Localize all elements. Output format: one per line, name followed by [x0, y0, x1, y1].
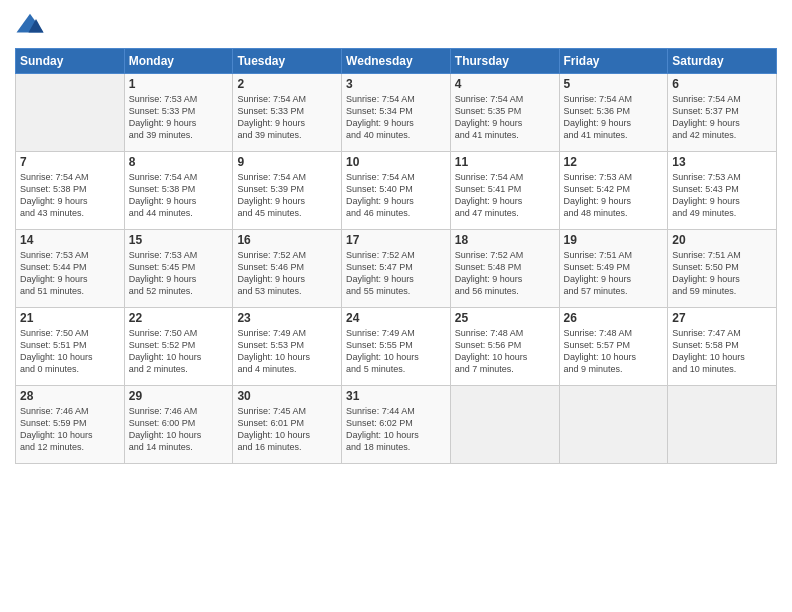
day-cell: 14Sunrise: 7:53 AM Sunset: 5:44 PM Dayli… — [16, 230, 125, 308]
day-info: Sunrise: 7:54 AM Sunset: 5:40 PM Dayligh… — [346, 171, 446, 220]
day-info: Sunrise: 7:54 AM Sunset: 5:41 PM Dayligh… — [455, 171, 555, 220]
day-info: Sunrise: 7:50 AM Sunset: 5:52 PM Dayligh… — [129, 327, 229, 376]
day-number: 25 — [455, 311, 555, 325]
day-info: Sunrise: 7:49 AM Sunset: 5:55 PM Dayligh… — [346, 327, 446, 376]
day-number: 23 — [237, 311, 337, 325]
day-cell — [668, 386, 777, 464]
day-cell: 13Sunrise: 7:53 AM Sunset: 5:43 PM Dayli… — [668, 152, 777, 230]
day-info: Sunrise: 7:45 AM Sunset: 6:01 PM Dayligh… — [237, 405, 337, 454]
day-number: 31 — [346, 389, 446, 403]
day-info: Sunrise: 7:46 AM Sunset: 6:00 PM Dayligh… — [129, 405, 229, 454]
calendar-table: SundayMondayTuesdayWednesdayThursdayFrid… — [15, 48, 777, 464]
day-number: 10 — [346, 155, 446, 169]
day-number: 20 — [672, 233, 772, 247]
day-cell: 15Sunrise: 7:53 AM Sunset: 5:45 PM Dayli… — [124, 230, 233, 308]
day-info: Sunrise: 7:51 AM Sunset: 5:49 PM Dayligh… — [564, 249, 664, 298]
day-info: Sunrise: 7:53 AM Sunset: 5:33 PM Dayligh… — [129, 93, 229, 142]
day-cell: 11Sunrise: 7:54 AM Sunset: 5:41 PM Dayli… — [450, 152, 559, 230]
day-number: 24 — [346, 311, 446, 325]
day-cell — [16, 74, 125, 152]
header-cell-wednesday: Wednesday — [342, 49, 451, 74]
day-cell: 8Sunrise: 7:54 AM Sunset: 5:38 PM Daylig… — [124, 152, 233, 230]
day-number: 6 — [672, 77, 772, 91]
logo — [15, 10, 49, 40]
day-number: 30 — [237, 389, 337, 403]
day-info: Sunrise: 7:54 AM Sunset: 5:36 PM Dayligh… — [564, 93, 664, 142]
logo-icon — [15, 10, 45, 40]
day-number: 28 — [20, 389, 120, 403]
day-cell: 12Sunrise: 7:53 AM Sunset: 5:42 PM Dayli… — [559, 152, 668, 230]
day-number: 12 — [564, 155, 664, 169]
day-number: 7 — [20, 155, 120, 169]
day-cell: 2Sunrise: 7:54 AM Sunset: 5:33 PM Daylig… — [233, 74, 342, 152]
day-number: 8 — [129, 155, 229, 169]
header — [15, 10, 777, 40]
day-number: 13 — [672, 155, 772, 169]
week-row-5: 28Sunrise: 7:46 AM Sunset: 5:59 PM Dayli… — [16, 386, 777, 464]
day-info: Sunrise: 7:54 AM Sunset: 5:33 PM Dayligh… — [237, 93, 337, 142]
day-cell: 5Sunrise: 7:54 AM Sunset: 5:36 PM Daylig… — [559, 74, 668, 152]
day-cell: 6Sunrise: 7:54 AM Sunset: 5:37 PM Daylig… — [668, 74, 777, 152]
header-cell-friday: Friday — [559, 49, 668, 74]
day-cell: 18Sunrise: 7:52 AM Sunset: 5:48 PM Dayli… — [450, 230, 559, 308]
week-row-2: 7Sunrise: 7:54 AM Sunset: 5:38 PM Daylig… — [16, 152, 777, 230]
day-cell: 29Sunrise: 7:46 AM Sunset: 6:00 PM Dayli… — [124, 386, 233, 464]
day-cell: 4Sunrise: 7:54 AM Sunset: 5:35 PM Daylig… — [450, 74, 559, 152]
day-info: Sunrise: 7:52 AM Sunset: 5:46 PM Dayligh… — [237, 249, 337, 298]
day-info: Sunrise: 7:54 AM Sunset: 5:38 PM Dayligh… — [20, 171, 120, 220]
day-cell: 9Sunrise: 7:54 AM Sunset: 5:39 PM Daylig… — [233, 152, 342, 230]
day-number: 2 — [237, 77, 337, 91]
day-number: 21 — [20, 311, 120, 325]
day-cell: 3Sunrise: 7:54 AM Sunset: 5:34 PM Daylig… — [342, 74, 451, 152]
day-info: Sunrise: 7:53 AM Sunset: 5:45 PM Dayligh… — [129, 249, 229, 298]
header-cell-thursday: Thursday — [450, 49, 559, 74]
day-cell: 25Sunrise: 7:48 AM Sunset: 5:56 PM Dayli… — [450, 308, 559, 386]
day-cell: 1Sunrise: 7:53 AM Sunset: 5:33 PM Daylig… — [124, 74, 233, 152]
day-cell: 30Sunrise: 7:45 AM Sunset: 6:01 PM Dayli… — [233, 386, 342, 464]
day-number: 27 — [672, 311, 772, 325]
day-cell — [559, 386, 668, 464]
day-number: 11 — [455, 155, 555, 169]
day-number: 29 — [129, 389, 229, 403]
day-number: 17 — [346, 233, 446, 247]
header-cell-tuesday: Tuesday — [233, 49, 342, 74]
day-info: Sunrise: 7:53 AM Sunset: 5:42 PM Dayligh… — [564, 171, 664, 220]
week-row-3: 14Sunrise: 7:53 AM Sunset: 5:44 PM Dayli… — [16, 230, 777, 308]
day-number: 1 — [129, 77, 229, 91]
day-number: 19 — [564, 233, 664, 247]
day-cell — [450, 386, 559, 464]
day-number: 22 — [129, 311, 229, 325]
day-info: Sunrise: 7:47 AM Sunset: 5:58 PM Dayligh… — [672, 327, 772, 376]
day-info: Sunrise: 7:54 AM Sunset: 5:35 PM Dayligh… — [455, 93, 555, 142]
day-cell: 26Sunrise: 7:48 AM Sunset: 5:57 PM Dayli… — [559, 308, 668, 386]
header-cell-saturday: Saturday — [668, 49, 777, 74]
day-info: Sunrise: 7:54 AM Sunset: 5:38 PM Dayligh… — [129, 171, 229, 220]
day-info: Sunrise: 7:51 AM Sunset: 5:50 PM Dayligh… — [672, 249, 772, 298]
day-cell: 7Sunrise: 7:54 AM Sunset: 5:38 PM Daylig… — [16, 152, 125, 230]
day-info: Sunrise: 7:54 AM Sunset: 5:39 PM Dayligh… — [237, 171, 337, 220]
day-cell: 23Sunrise: 7:49 AM Sunset: 5:53 PM Dayli… — [233, 308, 342, 386]
week-row-4: 21Sunrise: 7:50 AM Sunset: 5:51 PM Dayli… — [16, 308, 777, 386]
day-cell: 17Sunrise: 7:52 AM Sunset: 5:47 PM Dayli… — [342, 230, 451, 308]
week-row-1: 1Sunrise: 7:53 AM Sunset: 5:33 PM Daylig… — [16, 74, 777, 152]
day-info: Sunrise: 7:48 AM Sunset: 5:57 PM Dayligh… — [564, 327, 664, 376]
day-info: Sunrise: 7:48 AM Sunset: 5:56 PM Dayligh… — [455, 327, 555, 376]
day-number: 4 — [455, 77, 555, 91]
day-cell: 22Sunrise: 7:50 AM Sunset: 5:52 PM Dayli… — [124, 308, 233, 386]
day-info: Sunrise: 7:44 AM Sunset: 6:02 PM Dayligh… — [346, 405, 446, 454]
day-cell: 19Sunrise: 7:51 AM Sunset: 5:49 PM Dayli… — [559, 230, 668, 308]
day-info: Sunrise: 7:50 AM Sunset: 5:51 PM Dayligh… — [20, 327, 120, 376]
day-number: 5 — [564, 77, 664, 91]
day-info: Sunrise: 7:46 AM Sunset: 5:59 PM Dayligh… — [20, 405, 120, 454]
day-number: 3 — [346, 77, 446, 91]
day-cell: 21Sunrise: 7:50 AM Sunset: 5:51 PM Dayli… — [16, 308, 125, 386]
day-number: 15 — [129, 233, 229, 247]
day-cell: 27Sunrise: 7:47 AM Sunset: 5:58 PM Dayli… — [668, 308, 777, 386]
day-number: 26 — [564, 311, 664, 325]
header-row: SundayMondayTuesdayWednesdayThursdayFrid… — [16, 49, 777, 74]
day-number: 16 — [237, 233, 337, 247]
day-cell: 16Sunrise: 7:52 AM Sunset: 5:46 PM Dayli… — [233, 230, 342, 308]
day-cell: 28Sunrise: 7:46 AM Sunset: 5:59 PM Dayli… — [16, 386, 125, 464]
header-cell-sunday: Sunday — [16, 49, 125, 74]
day-cell: 20Sunrise: 7:51 AM Sunset: 5:50 PM Dayli… — [668, 230, 777, 308]
